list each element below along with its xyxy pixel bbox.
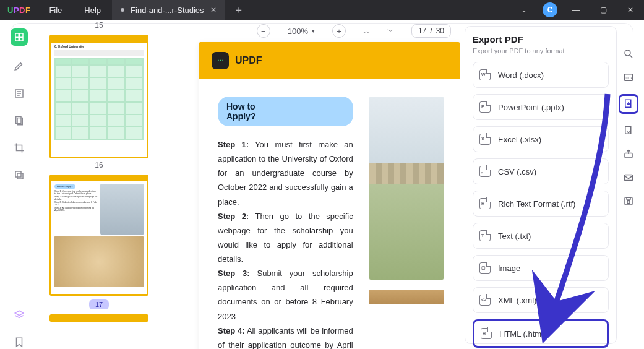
tab-indicator-icon <box>121 8 124 12</box>
svg-line-13 <box>630 55 632 58</box>
user-avatar[interactable]: C <box>543 2 557 17</box>
layers-tool-icon[interactable] <box>12 168 26 182</box>
brand-text: UPDF <box>235 55 262 66</box>
close-window-button[interactable]: ✕ <box>617 0 644 20</box>
menu-help[interactable]: Help <box>73 6 112 15</box>
export-option-xml[interactable]: <>XML (.xml) <box>473 287 609 313</box>
titlebar: UPDF File Help Find-and-...r-Studies ✕ ＋… <box>0 0 644 20</box>
right-tool-rail: OCR <box>618 47 639 208</box>
menu-file[interactable]: File <box>38 6 73 15</box>
new-tab-button[interactable]: ＋ <box>225 4 252 17</box>
page-canvas: ⋯ UPDF How to Apply? Step 1: You must fi… <box>199 42 460 349</box>
left-tool-rail <box>0 20 38 349</box>
export-subtitle: Export your PDF to any format <box>473 47 609 54</box>
bookmark-icon[interactable] <box>12 335 26 349</box>
crop-tool-icon[interactable] <box>12 141 26 155</box>
thumbnail-page-17[interactable]: How to Apply?Step 1: You must first make… <box>49 174 148 296</box>
html-icon: H <box>481 328 492 339</box>
export-pdf-panel: Export PDF Export your PDF to any format… <box>465 26 617 344</box>
stack-icon[interactable] <box>12 308 26 322</box>
page-indicator[interactable]: 17 / 30 <box>411 24 451 38</box>
ocr-icon[interactable]: OCR <box>622 71 635 84</box>
view-toolbar: − 100%▾ + ︿ ﹀ 17 / 30 <box>166 20 460 42</box>
how-to-apply-chip: How to Apply? <box>218 97 353 126</box>
svg-rect-10 <box>15 171 21 177</box>
export-pdf-icon[interactable] <box>619 94 638 114</box>
rtf-icon: R <box>479 198 491 209</box>
close-tab-icon[interactable]: ✕ <box>210 6 217 14</box>
svg-rect-2 <box>15 38 19 41</box>
export-option-word[interactable]: WWord (.docx) <box>473 62 609 88</box>
search-icon[interactable] <box>622 47 635 61</box>
oxford-photo <box>369 97 444 280</box>
svg-rect-22 <box>627 197 630 199</box>
export-option-powerpoint[interactable]: PPowerPoint (.pptx) <box>473 94 609 120</box>
page-header: ⋯ UPDF <box>199 42 460 79</box>
text-tool-icon[interactable] <box>12 87 26 100</box>
zoom-in-button[interactable]: + <box>332 24 346 38</box>
export-option-csv[interactable]: ,CSV (.csv) <box>473 158 609 184</box>
secondary-photo <box>369 290 444 304</box>
svg-rect-11 <box>17 173 23 179</box>
app-logo: UPDF <box>0 6 38 15</box>
powerpoint-icon: P <box>479 101 491 113</box>
prev-page-button[interactable]: ︿ <box>363 27 370 36</box>
svg-rect-19 <box>624 175 633 181</box>
next-page-button[interactable]: ﹀ <box>387 27 394 36</box>
maximize-button[interactable]: ▢ <box>590 0 617 20</box>
export-option-image[interactable]: ▢Image <box>473 255 609 281</box>
thumbnail-page-16[interactable]: 6. Oxford University <box>49 35 148 158</box>
dropdown-icon[interactable]: ⌄ <box>510 0 538 20</box>
minimize-button[interactable]: — <box>562 0 590 20</box>
excel-icon: X <box>479 134 491 145</box>
thumbnails-tool-icon[interactable] <box>11 28 28 46</box>
export-option-excel[interactable]: XExcel (.xlsx) <box>473 126 609 152</box>
image-icon: ▢ <box>479 262 491 274</box>
share-icon[interactable] <box>622 147 635 161</box>
mail-icon[interactable] <box>622 171 635 184</box>
svg-point-12 <box>625 50 630 56</box>
annotate-tool-icon[interactable] <box>12 59 26 73</box>
export-title: Export PDF <box>473 34 609 45</box>
thumbnail-page-18[interactable] <box>49 314 148 322</box>
page-number-15: 15 <box>49 21 148 30</box>
document-viewport: − 100%▾ + ︿ ﹀ 17 / 30 ⋯ UPDF How to Appl… <box>166 20 460 349</box>
page-badge-17: 17 <box>89 299 109 309</box>
svg-rect-3 <box>20 38 23 41</box>
svg-rect-1 <box>20 33 23 37</box>
text-icon: T <box>479 230 491 241</box>
export-option-rtf[interactable]: RRich Text Format (.rtf) <box>473 191 609 217</box>
xml-icon: <> <box>479 295 491 306</box>
pages-tool-icon[interactable] <box>12 114 26 127</box>
svg-text:OCR: OCR <box>626 76 633 80</box>
word-icon: W <box>479 69 491 80</box>
export-option-html[interactable]: HHTML (.html) <box>473 319 609 348</box>
svg-rect-0 <box>15 33 19 37</box>
svg-point-21 <box>627 200 630 204</box>
updf-logo-icon: ⋯ <box>212 52 229 69</box>
zoom-out-button[interactable]: − <box>257 24 270 38</box>
thumbnail-panel: 15 6. Oxford University 16 <box>38 20 166 349</box>
csv-icon: , <box>479 166 491 177</box>
steps-text: Step 1: You must first make an applicati… <box>218 137 353 349</box>
zoom-level[interactable]: 100%▾ <box>288 27 315 36</box>
document-tab[interactable]: Find-and-...r-Studies ✕ <box>112 0 225 20</box>
page-number-16: 16 <box>49 161 148 170</box>
export-option-text[interactable]: TText (.txt) <box>473 223 609 249</box>
tab-title: Find-and-...r-Studies <box>131 6 204 15</box>
convert-icon[interactable] <box>622 124 635 137</box>
save-icon[interactable] <box>622 194 635 208</box>
